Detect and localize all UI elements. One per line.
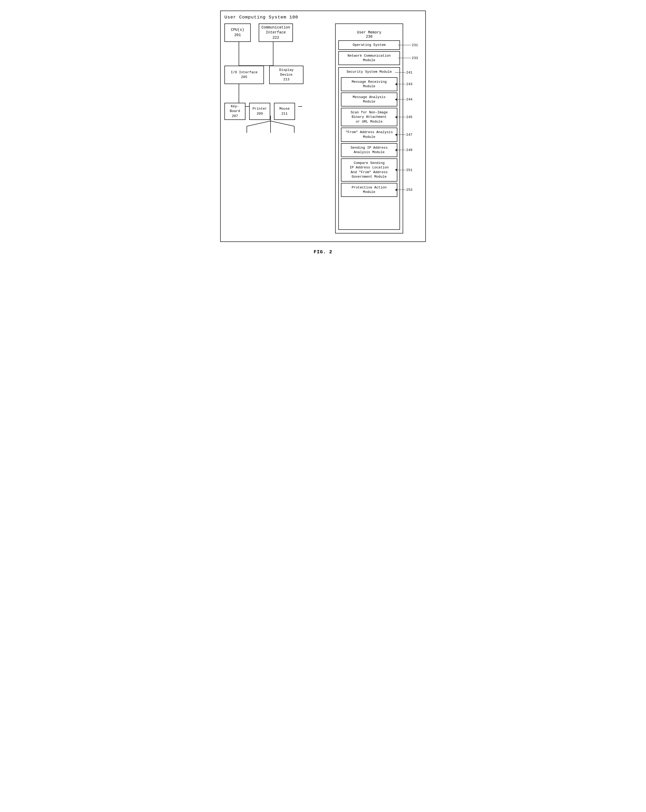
netcomm-label: Network Communication Module [347,54,391,63]
bottom-spacer-left [224,120,332,157]
io-label: I/O Interface 205 [228,70,260,79]
module-ref-horiz-4 [397,150,406,150]
module-box-6: Protective Action Module [341,183,397,197]
module-ref-line-1: 244 [395,98,412,101]
arrow-5 [395,169,397,171]
module-ref-line-4: 249 [395,148,412,152]
os-ref-horiz [398,45,411,45]
module-ref-num-0: 243 [406,82,412,86]
mouse-box: Mouse 211 [274,103,295,120]
module-ref-line-3: 247 [395,133,412,137]
display-label: Display Device 213 [273,68,300,82]
hw-top-row: CPU(s) 201 Communication Interface 222 [224,23,332,42]
left-column: CPU(s) 201 Communication Interface 222 2… [224,23,335,234]
cpu-box: CPU(s) 201 [224,23,251,42]
mouse-label: Mouse 211 [279,107,289,116]
netcomm-ref-line: 233 [398,56,418,60]
module-ref-line-2: 245 [395,115,412,119]
module-box-2: Scan for Non-Image Binary Attachment or … [341,108,397,127]
netcomm-ref-horiz [398,58,411,58]
arrow-2 [395,116,397,118]
printer-box: Printer 209 [249,103,270,120]
module-label-6: Protective Action Module [352,186,387,194]
module-ref-line-6: 253 [395,188,412,192]
module-ref-num-5: 251 [406,168,412,172]
arrow-3 [395,133,397,136]
io-interface-box: I/O Interface 205 [224,66,264,84]
os-box: Operating System [338,40,400,50]
right-column: User Memory 230 Operating System 231 [335,23,422,234]
keyboard-label: Key- Board 207 [230,104,240,119]
module-label-3: "From" Address Analysis Module [345,130,393,139]
module-label-0: Message Receiving Module [352,80,387,89]
security-ref-horiz [395,72,406,73]
module-label-2: Scan for Non-Image Binary Attachment or … [351,110,387,124]
memory-outer-box: User Memory 230 Operating System 231 [335,23,403,234]
security-bottom-spacer [341,198,397,227]
comm-label: Communication Interface 222 [261,25,290,41]
outer-system-box: User Computing System 100 CPU(s) 201 Com… [220,11,426,242]
module-ref-num-4: 249 [406,148,412,152]
module-box-0: Message Receiving Module [341,77,397,91]
outer-system-title: User Computing System 100 [224,15,422,20]
arrow-1 [395,98,397,101]
security-ref-line: 241 [395,71,412,75]
module-ref-line-5: 251 [395,168,412,172]
module-ref-horiz-6 [397,190,406,190]
keyboard-box: Key- Board 207 [224,103,245,120]
module-label-5: Compare Sending IP Address Location And … [350,161,389,179]
figure-label: FIG. 2 [314,249,332,255]
comm-interface-box: Communication Interface 222 [259,23,293,42]
module-ref-horiz-1 [397,99,406,100]
peripherals-row: Key- Board 207 Printer 209 Mouse 211 [224,103,332,120]
netcomm-ref-num: 233 [412,56,418,60]
module-ref-line-0: 243 [395,82,412,86]
security-title-label: Security System Module [346,70,392,74]
os-ref-line: 231 [398,43,418,47]
printer-label: Printer 209 [253,107,267,116]
module-label-1: Message Analysis Module [353,95,386,104]
periph-spacer [224,84,332,99]
bus-spacer [224,42,332,66]
arrow-0 [395,83,397,85]
module-box-5: Compare Sending IP Address Location And … [341,159,397,182]
display-device-box: Display Device 213 [269,66,303,84]
module-ref-num-1: 244 [406,98,412,101]
module-ref-horiz-0 [397,84,406,84]
main-content: CPU(s) 201 Communication Interface 222 2… [224,23,422,234]
netcomm-box: Network Communication Module [338,51,400,65]
io-display-row: I/O Interface 205 Display Device 213 [224,66,332,84]
module-box-1: Message Analysis Module [341,93,397,107]
diagram-wrapper: User Computing System 100 CPU(s) 201 Com… [220,11,426,255]
security-outer-box: Security System Module 241 Message Rec [338,67,400,230]
memory-title: User Memory 230 [338,26,400,39]
module-box-4: Sending IP Address Analysis Module [341,143,397,157]
os-label: Operating System [353,43,386,47]
security-ref-num: 241 [406,71,412,75]
module-ref-num-2: 245 [406,115,412,119]
arrow-6 [395,188,397,191]
module-ref-num-3: 247 [406,133,412,137]
os-ref-num: 231 [412,43,418,47]
arrow-4 [395,149,397,151]
module-ref-num-6: 253 [406,188,412,192]
cpu-label: CPU(s) 201 [231,27,244,38]
module-box-3: "From" Address Analysis Module [341,128,397,142]
module-label-4: Sending IP Address Analysis Module [351,146,387,154]
